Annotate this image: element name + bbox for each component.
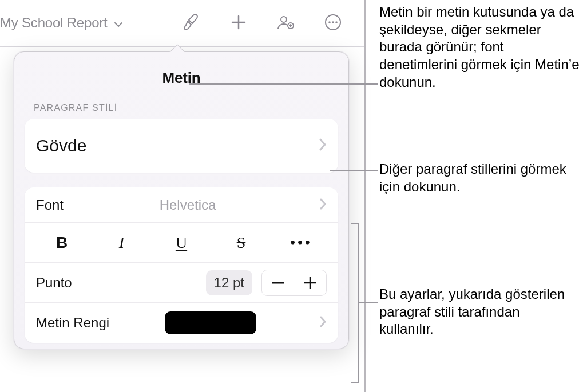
font-value: Helvetica — [160, 197, 216, 213]
font-settings-card: Font Helvetica B I U S ••• Punto 12 pt — [25, 187, 338, 343]
svg-point-0 — [281, 17, 287, 22]
chevron-down-icon — [114, 15, 122, 31]
app-toolbar: My School Report — [0, 0, 364, 47]
paragraph-style-card: Gövde — [25, 119, 338, 173]
paragraph-style-heading: PARAGRAF STİLİ — [14, 103, 348, 119]
toolbar-icons — [182, 13, 358, 34]
text-color-label: Metin Rengi — [36, 315, 109, 331]
chevron-right-icon — [319, 138, 327, 154]
text-color-swatch[interactable] — [165, 311, 256, 334]
callout-text-tab: Metin bir metin kutusunda ya da şekildey… — [379, 3, 583, 91]
paragraph-style-row[interactable]: Gövde — [25, 119, 338, 173]
format-popover: Metin PARAGRAF STİLİ Gövde Font Helvetic… — [14, 51, 349, 349]
popover-tabs: Metin — [14, 52, 348, 103]
text-style-row: B I U S ••• — [25, 223, 338, 263]
font-size-value[interactable]: 12 pt — [206, 270, 252, 295]
chevron-right-icon — [320, 316, 327, 330]
callout-line — [359, 301, 378, 305]
callout-bracket — [351, 223, 359, 383]
device-frame: My School Report Metin PARAGRAF STİLİ — [0, 0, 366, 392]
strikethrough-button[interactable]: S — [221, 234, 261, 252]
svg-rect-6 — [272, 282, 284, 284]
callout-line — [330, 167, 378, 173]
document-title-text: My School Report — [0, 15, 108, 30]
more-icon[interactable] — [324, 13, 342, 34]
collaborate-icon[interactable] — [276, 13, 295, 34]
chevron-right-icon — [320, 198, 327, 212]
italic-button[interactable]: I — [102, 234, 142, 252]
callout-paragraph-settings: Bu ayarlar, yukarıda gösterilen paragraf… — [379, 286, 568, 338]
font-label: Font — [36, 197, 64, 213]
document-title[interactable]: My School Report — [0, 15, 127, 32]
callout-line — [189, 81, 378, 87]
plus-icon[interactable] — [230, 14, 247, 33]
more-styles-button[interactable]: ••• — [281, 234, 321, 252]
svg-point-3 — [328, 21, 331, 23]
svg-point-5 — [335, 21, 338, 23]
font-size-label: Punto — [36, 275, 72, 291]
svg-point-4 — [332, 21, 334, 23]
font-size-stepper — [261, 270, 327, 296]
increase-size-button[interactable] — [294, 270, 326, 295]
text-color-row[interactable]: Metin Rengi — [25, 303, 338, 343]
format-brush-icon[interactable] — [182, 13, 201, 34]
callout-paragraph-styles: Diğer paragraf stillerini görmek için do… — [379, 161, 568, 195]
decrease-size-button[interactable] — [262, 270, 294, 295]
paragraph-style-value: Gövde — [36, 136, 86, 155]
font-size-row: Punto 12 pt — [25, 263, 338, 303]
bold-button[interactable]: B — [42, 234, 82, 252]
underline-button[interactable]: U — [161, 234, 201, 252]
popover-arrow — [169, 44, 185, 52]
font-row[interactable]: Font Helvetica — [25, 187, 338, 223]
